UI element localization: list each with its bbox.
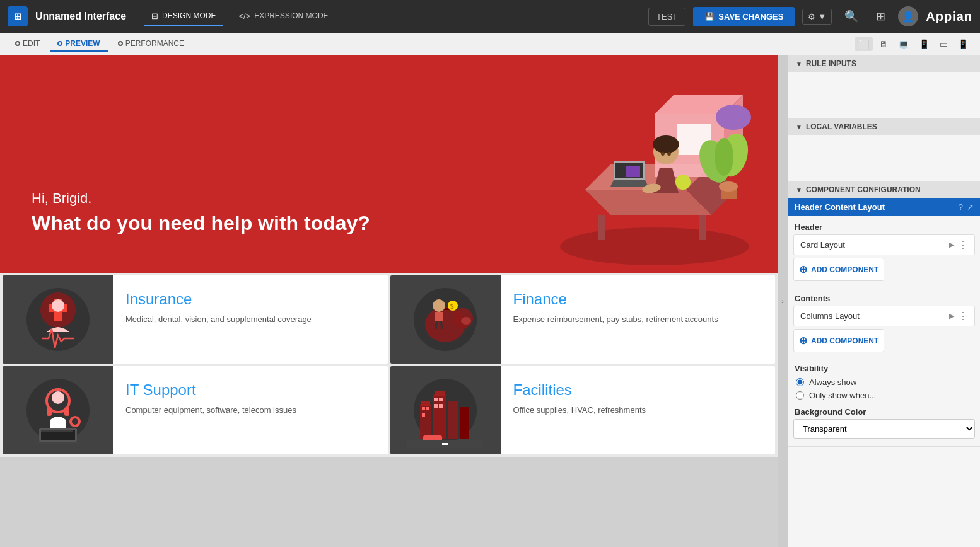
component-config-header[interactable]: ▼ COMPONENT CONFIGURATION <box>788 181 980 198</box>
finance-title: Finance <box>513 291 763 308</box>
it-support-card[interactable]: IT Support Computer equipment, software,… <box>3 366 388 454</box>
svg-point-10 <box>716 105 751 130</box>
svg-rect-55 <box>420 404 431 439</box>
svg-rect-58 <box>435 391 445 396</box>
svg-rect-60 <box>460 407 469 439</box>
header-content-layout-row[interactable]: Header Content Layout ? ↗ <box>788 198 980 216</box>
design-mode-label: DESIGN MODE <box>162 11 216 20</box>
main-area: Hi, Brigid. What do you need help with t… <box>0 55 980 547</box>
svg-rect-61 <box>422 407 425 410</box>
preview-tab-dot <box>57 41 62 46</box>
edit-tab[interactable]: EDIT <box>8 37 47 52</box>
svg-point-12 <box>719 181 738 192</box>
card-layout-menu-icon[interactable]: ⋮ <box>958 239 968 251</box>
grid-icon-button[interactable]: ⊞ <box>871 7 890 26</box>
it-support-icon-area <box>3 366 113 454</box>
preview-tab[interactable]: PREVIEW <box>50 37 107 52</box>
design-mode-button[interactable]: ⊞ DESIGN MODE <box>144 8 223 26</box>
it-support-card-content: IT Support Computer equipment, software,… <box>113 366 388 454</box>
topbar: ⊞ Unnamed Interface ⊞ DESIGN MODE </> EX… <box>0 0 980 33</box>
expression-mode-icon: </> <box>238 11 250 21</box>
preview-tab-label: PREVIEW <box>65 39 100 48</box>
rule-inputs-arrow-icon: ▼ <box>796 60 802 67</box>
device-icons: ⬜ 🖥 💻 📱 ▭ 📱 <box>855 37 972 51</box>
svg-line-42 <box>441 321 442 329</box>
svg-point-15 <box>715 138 733 176</box>
svg-rect-26 <box>626 166 640 177</box>
hero-banner: Hi, Brigid. What do you need help with t… <box>0 55 778 273</box>
local-variables-body <box>788 135 980 145</box>
svg-rect-45 <box>47 407 52 416</box>
help-icon-button[interactable]: ? <box>959 202 963 212</box>
canvas: Hi, Brigid. What do you need help with t… <box>0 55 778 547</box>
background-color-label: Background Color <box>788 402 980 419</box>
performance-tab[interactable]: PERFORMANCE <box>110 37 192 52</box>
avatar[interactable]: 👤 <box>898 6 918 26</box>
header-add-component-button[interactable]: ⊕ ADD COMPONENT <box>793 258 884 281</box>
test-button[interactable]: TEST <box>648 8 685 26</box>
save-changes-button[interactable]: 💾 SAVE CHANGES <box>693 7 795 26</box>
right-panel: ▼ RULE INPUTS ▼ LOCAL VARIABLES ▼ COMPON… <box>788 55 980 547</box>
local-variables-header[interactable]: ▼ LOCAL VARIABLES <box>788 118 980 135</box>
svg-rect-5 <box>699 215 706 240</box>
local-variables-label: LOCAL VARIABLES <box>806 122 877 131</box>
component-config-label: COMPONENT CONFIGURATION <box>806 185 921 194</box>
fullscreen-device-button[interactable]: ⬜ <box>855 37 873 51</box>
svg-point-0 <box>560 227 749 265</box>
search-icon: 🔍 <box>844 9 858 23</box>
performance-tab-dot <box>118 41 123 46</box>
svg-point-25 <box>675 175 691 190</box>
svg-rect-63 <box>422 413 425 417</box>
always-show-radio[interactable] <box>796 378 804 386</box>
svg-rect-67 <box>439 404 443 408</box>
component-config-arrow-icon: ▼ <box>796 187 802 193</box>
always-show-label: Always show <box>809 377 856 387</box>
header-sub-label: Header <box>788 216 980 234</box>
contents-add-component-button[interactable]: ⊕ ADD COMPONENT <box>793 329 884 352</box>
grid-icon: ⊞ <box>876 9 885 23</box>
settings-button[interactable]: ⚙ ▼ <box>802 9 832 25</box>
search-icon-button[interactable]: 🔍 <box>839 7 863 26</box>
only-show-when-radio[interactable] <box>796 391 804 400</box>
svg-point-39 <box>433 299 445 312</box>
columns-layout-menu-icon[interactable]: ⋮ <box>958 310 968 322</box>
svg-text:$: $ <box>450 303 454 310</box>
svg-rect-56 <box>421 401 430 406</box>
only-show-when-option[interactable]: Only show when... <box>788 389 980 402</box>
local-variables-arrow-icon: ▼ <box>796 124 802 130</box>
app-title: Unnamed Interface <box>35 11 126 22</box>
facilities-card[interactable]: Facilities Office supplies, HVAC, refres… <box>390 366 776 454</box>
svg-rect-72 <box>442 443 448 445</box>
insurance-card[interactable]: Insurance Medical, dental, vision, and s… <box>3 275 388 364</box>
hero-title: What do you need help with today? <box>32 212 370 235</box>
svg-rect-65 <box>439 398 443 401</box>
mobile-device-button[interactable]: 📱 <box>954 37 972 51</box>
wide-tablet-device-button[interactable]: ▭ <box>936 37 952 51</box>
always-show-option[interactable]: Always show <box>788 376 980 389</box>
rule-inputs-label: RULE INPUTS <box>806 59 856 68</box>
desktop-device-button[interactable]: 🖥 <box>875 37 892 51</box>
tablet-device-button[interactable]: 📱 <box>915 37 933 51</box>
finance-icon-area: $ <box>390 275 501 364</box>
expression-mode-button[interactable]: </> EXPRESSION MODE <box>231 8 335 26</box>
secondbar: EDIT PREVIEW PERFORMANCE ⬜ 🖥 💻 📱 ▭ 📱 <box>0 33 980 55</box>
background-color-select[interactable]: Transparent White Light Dark Navy Red <box>793 419 975 439</box>
columns-layout-item[interactable]: Columns Layout ▶ ⋮ <box>793 306 975 326</box>
insurance-card-content: Insurance Medical, dental, vision, and s… <box>113 275 388 364</box>
appian-logo: Appian <box>926 9 972 24</box>
laptop-device-button[interactable]: 💻 <box>894 37 913 51</box>
svg-rect-4 <box>598 215 605 240</box>
finance-card[interactable]: $ Finance Expense reimbursement, pay stu… <box>390 275 776 364</box>
hero-greeting: Hi, Brigid. <box>32 190 370 207</box>
header-content-layout-label: Header Content Layout <box>795 202 955 212</box>
svg-line-41 <box>436 321 437 329</box>
svg-rect-59 <box>448 401 458 439</box>
svg-point-24 <box>667 152 671 156</box>
card-layout-item[interactable]: Card Layout ▶ ⋮ <box>793 234 975 255</box>
insurance-desc: Medical, dental, vision, and supplementa… <box>125 313 375 326</box>
rule-inputs-header[interactable]: ▼ RULE INPUTS <box>788 55 980 72</box>
collapse-handle[interactable]: › <box>778 55 788 547</box>
visibility-label: Visibility <box>788 359 980 376</box>
external-link-icon-button[interactable]: ↗ <box>967 202 974 212</box>
gear-icon: ⚙ <box>808 12 815 21</box>
